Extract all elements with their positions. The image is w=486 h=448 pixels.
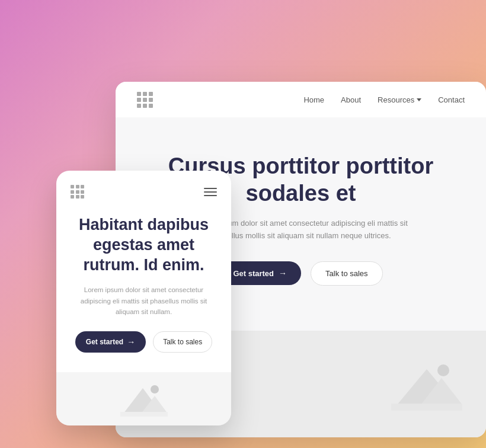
hamburger-menu-icon[interactable] bbox=[204, 188, 217, 196]
image-placeholder-icon bbox=[391, 357, 462, 411]
mobile-hero-heading: Habitant dapibus egestas amet rutrum. Id… bbox=[71, 215, 217, 275]
mobile-arrow-right-icon: → bbox=[127, 337, 135, 347]
mobile-get-started-button[interactable]: Get started → bbox=[75, 331, 146, 353]
mobile-image-placeholder bbox=[56, 372, 231, 425]
nav-resources[interactable]: Resources bbox=[378, 95, 421, 104]
desktop-nav-links: Home About Resources Contact bbox=[303, 95, 465, 104]
mobile-preview-card: Habitant dapibus egestas amet rutrum. Id… bbox=[56, 171, 231, 425]
nav-about[interactable]: About bbox=[341, 95, 361, 104]
arrow-right-icon: → bbox=[279, 268, 287, 278]
desktop-navbar: Home About Resources Contact bbox=[116, 82, 486, 117]
desktop-logo bbox=[137, 92, 153, 108]
desktop-get-started-button[interactable]: Get started → bbox=[219, 261, 301, 285]
nav-home[interactable]: Home bbox=[303, 95, 324, 104]
svg-point-0 bbox=[437, 364, 449, 376]
mobile-logo bbox=[71, 185, 84, 199]
nav-contact[interactable]: Contact bbox=[438, 95, 465, 104]
mobile-hero: Habitant dapibus egestas amet rutrum. Id… bbox=[71, 215, 217, 353]
mobile-navbar bbox=[71, 185, 217, 199]
chevron-down-icon bbox=[417, 98, 421, 101]
svg-point-4 bbox=[151, 385, 159, 393]
svg-rect-7 bbox=[120, 412, 168, 417]
mobile-hero-description: Lorem ipsum dolor sit amet consectetur a… bbox=[71, 284, 217, 317]
svg-rect-3 bbox=[391, 404, 462, 411]
mobile-image-icon bbox=[120, 381, 168, 417]
mobile-talk-to-sales-button[interactable]: Talk to sales bbox=[153, 331, 212, 353]
mobile-hero-buttons: Get started → Talk to sales bbox=[71, 331, 217, 353]
desktop-talk-to-sales-button[interactable]: Talk to sales bbox=[311, 261, 383, 286]
